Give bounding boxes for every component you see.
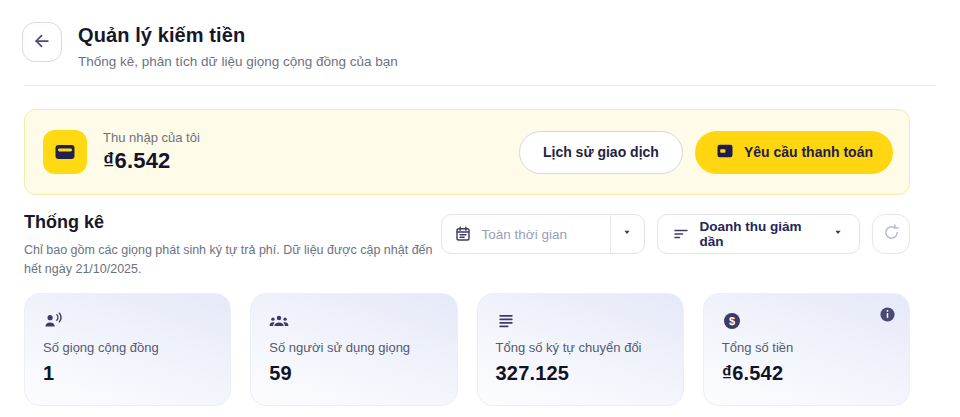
time-range-caret[interactable]: [610, 215, 644, 253]
chevron-down-icon: [620, 225, 634, 243]
income-texts: Thu nhập của tôi ₫6.542: [103, 130, 200, 174]
chevron-down-icon: [831, 225, 845, 243]
time-range-select-main: Toàn thời gian: [442, 225, 610, 243]
people-group-icon: [269, 311, 438, 331]
stat-card-converted-characters: Tổng số ký tự chuyển đổi 327.125: [477, 293, 684, 406]
page-subtitle: Thống kê, phân tích dữ liệu giọng cộng đ…: [78, 54, 398, 69]
stat-label: Tổng số tiền: [722, 340, 891, 355]
stat-card-voice-users: Số người sử dụng giọng 59: [250, 293, 457, 406]
sort-select[interactable]: Doanh thu giảm dần: [657, 214, 861, 254]
stat-value: ₫6.542: [722, 362, 891, 385]
refresh-button[interactable]: [872, 214, 910, 254]
stat-value: 1: [43, 362, 212, 385]
payment-card-icon: [715, 141, 735, 164]
stats-heading-block: Thống kê Chỉ bao gồm các giọng phát sinh…: [24, 212, 441, 280]
stats-description: Chỉ bao gồm các giọng phát sinh ký tự tr…: [24, 241, 441, 280]
refresh-icon: [882, 223, 901, 245]
transaction-history-label: Lịch sử giao dịch: [543, 144, 659, 160]
income-actions: Lịch sử giao dịch Yêu cầu thanh toán: [519, 131, 893, 174]
stat-value: 59: [269, 362, 438, 385]
stats-cards: Số giọng cộng đồng 1 Số người sử dụng gi…: [24, 293, 910, 406]
stat-card-total-money: $ Tổng số tiền ₫6.542: [703, 293, 910, 406]
request-payout-button[interactable]: Yêu cầu thanh toán: [695, 131, 893, 174]
income-card: Thu nhập của tôi ₫6.542 Lịch sử giao dịc…: [24, 109, 910, 195]
voice-person-icon: [43, 311, 212, 331]
back-button[interactable]: [22, 22, 62, 62]
income-summary: Thu nhập của tôi ₫6.542: [43, 130, 200, 174]
time-range-select[interactable]: Toàn thời gian: [441, 214, 645, 254]
stat-value: 327.125: [496, 362, 665, 385]
stat-label: Tổng số ký tự chuyển đổi: [496, 340, 665, 355]
income-amount: ₫6.542: [103, 148, 200, 174]
time-range-placeholder: Toàn thời gian: [482, 227, 567, 242]
transaction-history-button[interactable]: Lịch sử giao dịch: [519, 131, 683, 174]
request-payout-label: Yêu cầu thanh toán: [744, 144, 873, 160]
wallet-icon: [43, 130, 87, 174]
money-management-page: Quản lý kiếm tiền Thống kê, phân tích dữ…: [0, 0, 960, 417]
stats-title: Thống kê: [24, 212, 441, 233]
header-text: Quản lý kiếm tiền Thống kê, phân tích dữ…: [78, 22, 398, 69]
arrow-left-icon: [32, 31, 52, 54]
info-icon[interactable]: [879, 306, 896, 323]
stat-label: Số người sử dụng giọng: [269, 340, 438, 355]
income-label: Thu nhập của tôi: [103, 130, 200, 145]
page-header: Quản lý kiếm tiền Thống kê, phân tích dữ…: [0, 0, 960, 85]
calendar-icon: [454, 225, 472, 243]
stat-label: Số giọng cộng đồng: [43, 340, 212, 355]
sort-select-value: Doanh thu giảm dần: [700, 219, 820, 249]
svg-text:$: $: [729, 315, 735, 327]
dollar-circle-icon: $: [722, 311, 891, 331]
sort-descending-icon: [672, 225, 690, 243]
stat-card-community-voices: Số giọng cộng đồng 1: [24, 293, 231, 406]
stats-filters: Toàn thời gian Doanh thu giảm dần: [441, 214, 911, 254]
stats-header: Thống kê Chỉ bao gồm các giọng phát sinh…: [24, 212, 910, 280]
header-divider: [24, 85, 936, 86]
text-lines-icon: [496, 311, 665, 331]
page-title: Quản lý kiếm tiền: [78, 24, 398, 47]
